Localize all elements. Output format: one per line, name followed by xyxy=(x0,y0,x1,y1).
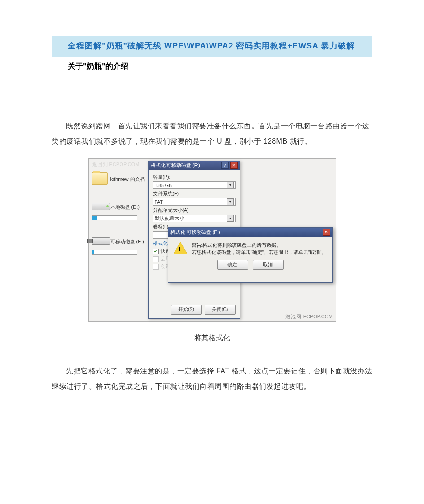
format-dialog-titlebar[interactable]: 格式化 可移动磁盘 (F:) ? ✕ xyxy=(149,161,240,170)
alloc-select[interactable]: 默认配置大小 ▾ xyxy=(153,215,236,222)
section-subtitle: 关于"奶瓶"的介绍 xyxy=(52,61,372,71)
alloc-label: 分配单元大小(A) xyxy=(153,207,236,214)
start-button[interactable]: 开始(S) xyxy=(171,305,202,315)
page-title-banner: 全程图解"奶瓶"破解无线 WPE\WPA\WPA2 密码实用教程+EWSA 暴力… xyxy=(52,36,372,57)
capacity-label: 容量(P): xyxy=(153,174,236,180)
drive-list: lothmew 的文档 本地磁盘 (D:) 可移动磁盘 (F:) xyxy=(92,172,147,269)
divider xyxy=(52,95,372,95)
warning-line1: 警告:格式化将删除该磁盘上的所有数据。 xyxy=(192,242,327,249)
hdd-icon xyxy=(92,203,110,210)
close-icon[interactable]: ✕ xyxy=(230,162,238,169)
image-caption: 将其格式化 xyxy=(52,333,372,343)
chevron-down-icon: ▾ xyxy=(227,215,234,222)
watermark-en: PCPOP.COM xyxy=(303,314,333,319)
explorer-window: 返回到 PCPOP.COM lothmew 的文档 本地磁盘 (D:) xyxy=(88,158,336,322)
drive-label: lothmew 的文档 xyxy=(110,176,145,183)
capacity-select[interactable]: 1.85 GB ▾ xyxy=(153,181,236,189)
checkbox-icon: ✔ xyxy=(153,249,159,254)
warning-icon: ! xyxy=(174,242,187,254)
screenshot-container: 返回到 PCPOP.COM lothmew 的文档 本地磁盘 (D:) xyxy=(52,158,372,322)
close-button[interactable]: 关闭(C) xyxy=(205,305,236,315)
warning-line2: 若想格式化该磁盘，请单击"确定"。若想退出，请单击"取消"。 xyxy=(192,249,327,256)
warning-dialog: 格式化 可移动磁盘 (F:) ✕ ! 警告:格式化将删除该磁盘上的所有数据。 若… xyxy=(168,227,333,283)
filesystem-select[interactable]: FAT ▾ xyxy=(153,198,236,206)
drive-label: 本地磁盘 (D:) xyxy=(110,204,140,210)
drive-local-d[interactable]: 本地磁盘 (D:) xyxy=(92,200,147,220)
filesystem-value: FAT xyxy=(155,199,163,205)
ok-button[interactable]: 确定 xyxy=(217,260,248,270)
help-icon[interactable]: ? xyxy=(221,162,229,169)
format-dialog-title: 格式化 可移动磁盘 (F:) xyxy=(151,162,200,169)
cancel-button[interactable]: 取消 xyxy=(253,260,284,270)
capacity-bar xyxy=(92,250,137,255)
usb-icon xyxy=(92,237,110,245)
explorer-overlay-text: 返回到 PCPOP.COM xyxy=(92,162,140,168)
checkbox-icon xyxy=(153,264,159,270)
folder-icon xyxy=(92,172,108,185)
drive-documents[interactable]: lothmew 的文档 xyxy=(92,172,147,186)
filesystem-label: 文件系统(F) xyxy=(153,191,236,197)
close-icon[interactable]: ✕ xyxy=(323,229,330,236)
drive-label: 可移动磁盘 (F:) xyxy=(110,238,144,245)
chevron-down-icon: ▾ xyxy=(227,198,234,205)
alloc-value: 默认配置大小 xyxy=(155,215,184,222)
warning-dialog-title: 格式化 可移动磁盘 (F:) xyxy=(170,229,220,236)
capacity-bar xyxy=(92,215,137,220)
drive-removable-f[interactable]: 可移动磁盘 (F:) xyxy=(92,235,147,255)
checkbox-icon xyxy=(153,256,159,262)
watermark-cn: 泡泡网 xyxy=(285,314,302,319)
warning-dialog-titlebar[interactable]: 格式化 可移动磁盘 (F:) ✕ xyxy=(168,228,332,237)
paragraph-1: 既然说到蹭网，首先让我们来看看我们需要准备什么东西。首先是一个电脑一台路由器一个… xyxy=(52,118,372,149)
chevron-down-icon: ▾ xyxy=(227,182,234,188)
capacity-value: 1.85 GB xyxy=(155,183,172,188)
watermark: 泡泡网PCPOP.COM xyxy=(285,313,333,320)
warning-text: 警告:格式化将删除该磁盘上的所有数据。 若想格式化该磁盘，请单击"确定"。若想退… xyxy=(192,242,327,256)
paragraph-2: 先把它格式化了，需要注意的是，一定要选择 FAT 格式，这点一定要记住，否则下面… xyxy=(52,364,372,394)
